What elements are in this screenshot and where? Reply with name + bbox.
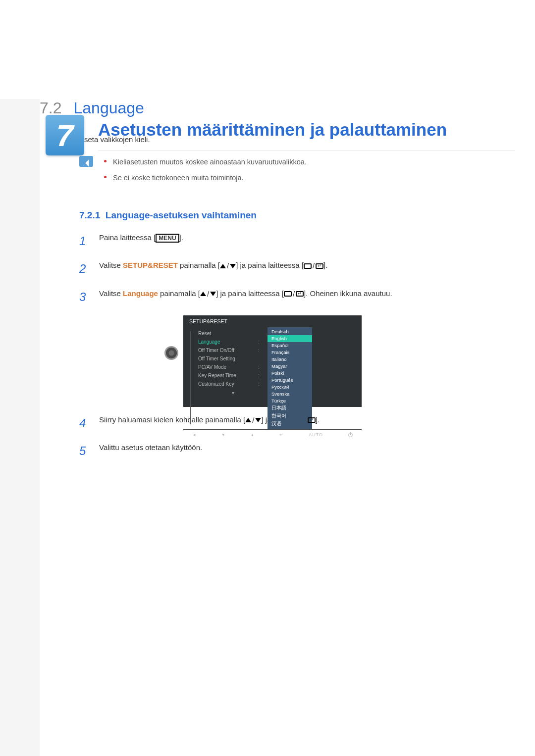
- note-list: Kieliasetusten muutos koskee ainoastaan …: [104, 156, 307, 188]
- osd-enter-icon[interactable]: ↵: [279, 432, 283, 437]
- lang-option-selected[interactable]: English: [268, 335, 312, 342]
- step-number: 3: [79, 288, 89, 306]
- enter-icon-group: /: [284, 288, 304, 300]
- step-1: 1 Paina laitteessa [MENU].: [79, 232, 500, 251]
- lang-option[interactable]: Français: [268, 349, 312, 356]
- lang-option[interactable]: Svenska: [268, 391, 312, 398]
- lang-option[interactable]: Italiano: [268, 356, 312, 363]
- enter-icon-group: /: [304, 260, 323, 272]
- chapter-header: 7 Asetusten määrittäminen ja palauttamin…: [40, 108, 515, 162]
- step-2: 2 Valitse SETUP&RESET painamalla [/] ja …: [79, 259, 500, 278]
- steps-list: 1 Paina laitteessa [MENU]. 2 Valitse SET…: [79, 232, 500, 306]
- rect-icon: [304, 263, 312, 269]
- osd-item-off-timer-setting[interactable]: Off Timer Setting: [198, 354, 268, 363]
- lang-option[interactable]: 汉语: [268, 420, 312, 428]
- chevron-down-icon: ▾: [198, 390, 268, 396]
- osd-item-customized-key[interactable]: Customized Key:: [198, 380, 268, 388]
- triangle-up-icon: [220, 264, 226, 268]
- triangle-up-icon: [200, 292, 206, 296]
- osd-item-key-repeat[interactable]: Key Repeat Time:: [198, 371, 268, 380]
- language-label: Language: [123, 289, 158, 298]
- step-text: Valitse Language painamalla [/] ja paina…: [99, 288, 392, 306]
- up-down-icon: /: [220, 260, 236, 272]
- chapter-number: 7: [56, 118, 73, 153]
- step-number: 2: [79, 259, 89, 278]
- menu-button-label: MENU: [156, 234, 179, 243]
- setup-reset-label: SETUP&RESET: [123, 261, 178, 269]
- step-text: Paina laitteessa [MENU].: [99, 232, 183, 251]
- up-down-icon: /: [200, 288, 216, 300]
- subsection-number: 7.2.1: [79, 210, 100, 220]
- step-number: 4: [79, 414, 89, 433]
- osd-auto-button[interactable]: AUTO: [309, 432, 323, 437]
- osd-item-reset[interactable]: Reset: [198, 329, 268, 338]
- note-item: Kieliasetusten muutos koskee ainoastaan …: [104, 156, 307, 168]
- enter-icon: [308, 417, 316, 423]
- osd-language-list: Deutsch English Español Français Italian…: [268, 327, 312, 429]
- osd-body: Reset Language: Off Timer On/Off: Off Ti…: [183, 327, 362, 429]
- step-3: 3 Valitse Language painamalla [/] ja pai…: [79, 288, 500, 306]
- enter-icon: [296, 291, 304, 297]
- osd-menu: SETUP&RESET Reset Language: Off Timer On…: [183, 315, 362, 407]
- chapter-title: Asetusten määrittäminen ja palauttaminen: [98, 120, 515, 151]
- lang-option[interactable]: 日本語: [268, 404, 312, 412]
- lang-option[interactable]: Magyar: [268, 363, 312, 370]
- note-item: Se ei koske tietokoneen muita toimintoja…: [104, 172, 307, 184]
- osd-item-pcav-mode[interactable]: PC/AV Mode:: [198, 363, 268, 371]
- lang-option[interactable]: Español: [268, 342, 312, 349]
- osd-bottom-bar: ◄ ▼ ▲ ↵ AUTO: [183, 429, 362, 440]
- triangle-down-icon: [230, 264, 236, 268]
- page: 7 Asetusten määrittäminen ja palauttamin…: [0, 99, 535, 756]
- osd-item-language[interactable]: Language:: [198, 338, 268, 346]
- subsection-title: Language-asetuksen vaihtaminen: [106, 210, 257, 220]
- lang-option[interactable]: 한국어: [268, 412, 312, 420]
- step-text: Valittu asetus otetaan käyttöön.: [99, 442, 202, 460]
- chapter-badge: 7: [46, 115, 84, 155]
- osd-title: SETUP&RESET: [183, 315, 362, 327]
- osd-nav-up-icon[interactable]: ▲: [251, 433, 255, 437]
- rect-icon: [284, 291, 292, 297]
- lang-option[interactable]: Polski: [268, 370, 312, 377]
- step-5: 5 Valittu asetus otetaan käyttöön.: [79, 442, 500, 460]
- osd-nav-down-icon[interactable]: ▼: [221, 433, 225, 437]
- lang-option[interactable]: Português: [268, 377, 312, 384]
- gear-icon: [164, 346, 178, 360]
- note-pencil-icon: [79, 156, 93, 167]
- triangle-down-icon: [210, 292, 216, 296]
- enter-icon: [316, 263, 323, 269]
- step-number: 5: [79, 442, 89, 460]
- subsection-heading: 7.2.1 Language-asetuksen vaihtaminen: [79, 210, 535, 221]
- step-number: 1: [79, 232, 89, 251]
- step-text: Valitse SETUP&RESET painamalla [/] ja pa…: [99, 259, 327, 278]
- osd-nav-left-icon[interactable]: ◄: [192, 433, 196, 437]
- lang-option[interactable]: Türkçe: [268, 398, 312, 404]
- lang-option[interactable]: Русский: [268, 384, 312, 391]
- left-margin: [0, 99, 40, 756]
- power-icon[interactable]: [348, 433, 353, 437]
- osd-left-column: Reset Language: Off Timer On/Off: Off Ti…: [183, 327, 268, 429]
- osd-item-off-timer-onoff[interactable]: Off Timer On/Off:: [198, 346, 268, 354]
- lang-option[interactable]: Deutsch: [268, 328, 312, 335]
